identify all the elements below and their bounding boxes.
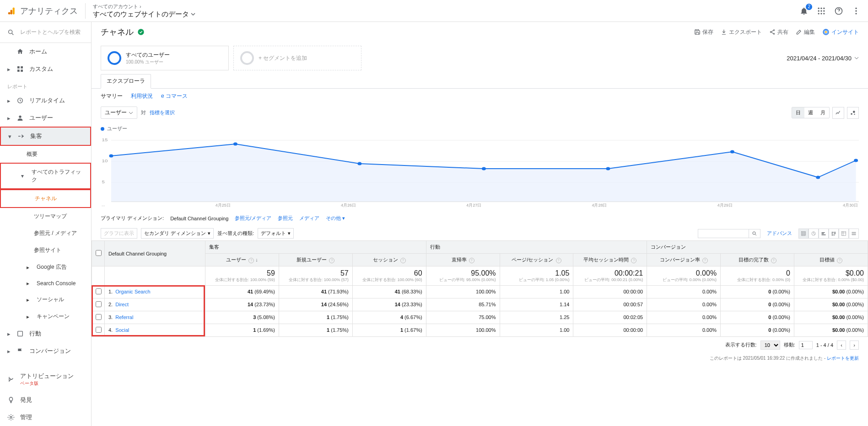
- dim-source-medium[interactable]: 参照元/メディア: [235, 215, 271, 222]
- save-button[interactable]: 保存: [694, 28, 713, 36]
- col-pps[interactable]: ページ/セッション ?: [500, 254, 573, 266]
- apps-icon[interactable]: [817, 6, 826, 16]
- sidebar-admin[interactable]: 管理: [0, 409, 91, 426]
- plot-rows-button[interactable]: グラフに表示: [101, 228, 137, 239]
- row-checkbox[interactable]: [96, 288, 102, 294]
- channel-link[interactable]: Direct: [115, 302, 129, 307]
- advanced-link[interactable]: アドバンス: [767, 230, 792, 237]
- col-goal-val[interactable]: 目標値 ?: [794, 254, 868, 266]
- segment-all-users[interactable]: すべてのユーザー100.00% ユーザー: [101, 46, 229, 70]
- report-title: チャネル: [101, 27, 134, 37]
- row-checkbox[interactable]: [96, 327, 102, 333]
- channel-link[interactable]: Social: [115, 327, 129, 333]
- sort-label: 並べ替えの種類:: [217, 230, 254, 237]
- sidebar-custom[interactable]: ▸カスタム: [0, 60, 91, 78]
- toggle-month[interactable]: 月: [817, 107, 829, 118]
- col-avg-dur[interactable]: 平均セッション時間 ?: [573, 254, 647, 266]
- svg-rect-56: [832, 232, 834, 233]
- svg-point-46: [606, 167, 610, 170]
- acquisition-icon: [17, 133, 25, 140]
- select-all-checkbox[interactable]: [96, 250, 102, 256]
- col-sessions[interactable]: セッション ?: [352, 254, 426, 266]
- toggle-week[interactable]: 週: [804, 107, 817, 118]
- col-goal-comp[interactable]: 目標の完了数 ?: [721, 254, 794, 266]
- svg-rect-59: [834, 233, 836, 234]
- date-range-picker[interactable]: 2021/04/24 - 2021/04/30: [787, 55, 859, 62]
- refresh-report-link[interactable]: レポートを更新: [827, 356, 859, 361]
- view-table-icon[interactable]: [798, 229, 809, 239]
- next-page-button[interactable]: ›: [850, 341, 859, 350]
- svg-point-22: [19, 116, 21, 118]
- sidebar-acquisition[interactable]: ▾集客: [0, 127, 91, 146]
- prev-page-button[interactable]: ‹: [837, 341, 846, 350]
- tab-explorer[interactable]: エクスプローラ: [101, 74, 151, 89]
- search-icon: [7, 29, 15, 36]
- col-cvr[interactable]: コンバージョン率 ?: [647, 254, 721, 266]
- sidebar-attribution[interactable]: アトリビューションベータ版: [0, 367, 91, 391]
- add-segment-button[interactable]: + セグメントを追加: [233, 46, 361, 70]
- view-comparison-icon[interactable]: [829, 229, 839, 239]
- line-chart-icon[interactable]: [832, 107, 844, 119]
- share-icon: [769, 29, 776, 35]
- table-row: 4. Social1 (1.69%)1 (1.75%)1 (1.67%)100.…: [92, 324, 868, 336]
- svg-point-14: [855, 10, 857, 11]
- table-search-input[interactable]: [698, 229, 749, 238]
- view-bar-icon[interactable]: [819, 229, 829, 239]
- dim-medium[interactable]: メディア: [299, 215, 319, 222]
- sidebar-referral[interactable]: 参照サイト: [0, 242, 91, 259]
- rows-select[interactable]: 10: [760, 341, 780, 350]
- toggle-day[interactable]: 日: [792, 107, 804, 118]
- channel-link[interactable]: Organic Search: [115, 289, 150, 294]
- sidebar-campaign[interactable]: ▸キャンペーン: [0, 308, 91, 325]
- dim-other[interactable]: その他 ▾: [326, 215, 345, 222]
- motion-chart-icon[interactable]: [847, 107, 859, 119]
- sidebar-realtime[interactable]: ▸リアルタイム: [0, 92, 91, 109]
- sidebar-channel[interactable]: チャネル: [0, 189, 91, 208]
- channel-link[interactable]: Referral: [115, 314, 133, 320]
- table-search-button[interactable]: [749, 229, 760, 238]
- subtab-usage[interactable]: 利用状況: [131, 92, 153, 100]
- sidebar-home[interactable]: ホーム: [0, 43, 91, 60]
- metric-selector[interactable]: ユーザー: [101, 106, 137, 119]
- sidebar-sc[interactable]: ▸Search Console: [0, 276, 91, 291]
- sidebar-social[interactable]: ▸ソーシャル: [0, 291, 91, 308]
- sidebar-source-medium[interactable]: 参照元 / メディア: [0, 225, 91, 242]
- sidebar-conversion[interactable]: ▸コンバージョン: [0, 342, 91, 360]
- col-users[interactable]: ユーザー ? ↓: [205, 254, 279, 266]
- help-icon[interactable]: [834, 6, 843, 16]
- view-pivot-icon[interactable]: [839, 229, 849, 239]
- section-reports: レポート: [0, 78, 91, 92]
- sidebar-gads[interactable]: ▸Google 広告: [0, 259, 91, 276]
- segment-pct: 100.00% ユーザー: [126, 59, 170, 65]
- more-vert-icon[interactable]: [852, 6, 861, 16]
- insight-button[interactable]: インサイト: [822, 28, 859, 36]
- sidebar-behavior[interactable]: ▸行動: [0, 325, 91, 342]
- col-bounce[interactable]: 直帰率 ?: [426, 254, 500, 266]
- edit-button[interactable]: 編集: [796, 28, 815, 36]
- sidebar-acq-overview[interactable]: 概要: [0, 146, 91, 163]
- notifications-icon[interactable]: 2: [799, 6, 809, 16]
- view-pie-icon[interactable]: [809, 229, 819, 239]
- export-button[interactable]: エクスポート: [721, 28, 762, 36]
- compare-metric-link[interactable]: 指標を選択: [150, 109, 175, 116]
- sidebar-search[interactable]: レポートとヘルプを検索: [0, 22, 91, 43]
- goto-input[interactable]: [799, 341, 813, 349]
- sort-type-button[interactable]: デフォルト ▾: [258, 228, 294, 239]
- sidebar-treemap[interactable]: ツリーマップ: [0, 208, 91, 225]
- sidebar-discover[interactable]: 発見: [0, 391, 91, 409]
- subtab-summary[interactable]: サマリー: [101, 92, 123, 100]
- property-switcher[interactable]: すべてのアカウント › すべてのウェブサイトのデータ: [85, 3, 195, 19]
- col-dimension[interactable]: Default Channel Grouping: [105, 241, 205, 266]
- secondary-dim-button[interactable]: セカンダリ ディメンション ▾: [141, 228, 214, 239]
- view-cloud-icon[interactable]: [849, 229, 859, 239]
- svg-rect-23: [18, 331, 23, 336]
- sidebar-all-traffic[interactable]: ▾すべてのトラフィック: [0, 163, 91, 189]
- row-checkbox[interactable]: [96, 314, 102, 320]
- col-new-users[interactable]: 新規ユーザー ?: [279, 254, 352, 266]
- share-button[interactable]: 共有: [769, 28, 788, 36]
- row-checkbox[interactable]: [96, 301, 102, 307]
- sidebar-audience[interactable]: ▸ユーザー: [0, 109, 91, 127]
- dim-source[interactable]: 参照元: [278, 215, 293, 222]
- subtab-ecom[interactable]: e コマース: [161, 92, 188, 100]
- col-group-conv: コンバージョン: [647, 241, 868, 254]
